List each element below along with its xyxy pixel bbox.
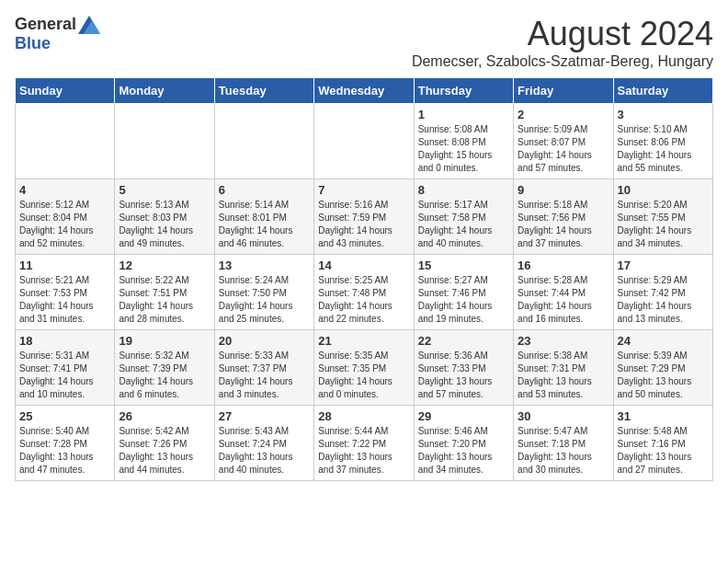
day-info: Sunrise: 5:28 AM Sunset: 7:44 PM Dayligh… — [518, 274, 609, 326]
calendar-cell — [314, 104, 414, 179]
day-info: Sunrise: 5:46 AM Sunset: 7:20 PM Dayligh… — [418, 425, 509, 477]
calendar-cell: 2Sunrise: 5:09 AM Sunset: 8:07 PM Daylig… — [514, 104, 613, 179]
day-info: Sunrise: 5:36 AM Sunset: 7:33 PM Dayligh… — [418, 350, 509, 401]
day-number: 20 — [219, 334, 310, 348]
day-info: Sunrise: 5:12 AM Sunset: 8:04 PM Dayligh… — [19, 199, 110, 250]
week-row-2: 4Sunrise: 5:12 AM Sunset: 8:04 PM Daylig… — [16, 179, 713, 255]
day-number: 1 — [418, 108, 509, 121]
day-number: 29 — [418, 409, 509, 423]
calendar-cell: 20Sunrise: 5:33 AM Sunset: 7:37 PM Dayli… — [214, 330, 313, 406]
calendar-cell — [214, 104, 313, 179]
day-number: 4 — [19, 183, 110, 197]
header-day-saturday: Saturday — [613, 78, 712, 104]
day-info: Sunrise: 5:38 AM Sunset: 7:31 PM Dayligh… — [518, 350, 609, 401]
calendar-header-row: SundayMondayTuesdayWednesdayThursdayFrid… — [16, 78, 713, 104]
day-number: 30 — [518, 409, 609, 423]
day-number: 16 — [518, 259, 609, 272]
day-number: 6 — [219, 183, 310, 197]
day-info: Sunrise: 5:24 AM Sunset: 7:50 PM Dayligh… — [219, 274, 310, 326]
header-day-sunday: Sunday — [16, 78, 115, 104]
day-info: Sunrise: 5:40 AM Sunset: 7:28 PM Dayligh… — [19, 425, 110, 477]
calendar-cell: 30Sunrise: 5:47 AM Sunset: 7:18 PM Dayli… — [514, 406, 613, 481]
calendar-cell: 27Sunrise: 5:43 AM Sunset: 7:24 PM Dayli… — [214, 406, 313, 481]
calendar-cell: 22Sunrise: 5:36 AM Sunset: 7:33 PM Dayli… — [414, 330, 513, 406]
calendar-cell: 4Sunrise: 5:12 AM Sunset: 8:04 PM Daylig… — [16, 179, 115, 255]
day-info: Sunrise: 5:27 AM Sunset: 7:46 PM Dayligh… — [418, 274, 509, 326]
calendar-cell: 17Sunrise: 5:29 AM Sunset: 7:42 PM Dayli… — [613, 255, 712, 330]
day-number: 10 — [618, 183, 709, 197]
day-number: 23 — [518, 334, 609, 348]
day-number: 27 — [219, 409, 310, 423]
day-info: Sunrise: 5:25 AM Sunset: 7:48 PM Dayligh… — [318, 274, 409, 326]
week-row-4: 18Sunrise: 5:31 AM Sunset: 7:41 PM Dayli… — [16, 330, 713, 406]
day-number: 28 — [318, 409, 409, 423]
day-number: 24 — [618, 334, 709, 348]
day-info: Sunrise: 5:31 AM Sunset: 7:41 PM Dayligh… — [19, 350, 110, 401]
calendar-cell — [115, 104, 214, 179]
calendar-cell: 13Sunrise: 5:24 AM Sunset: 7:50 PM Dayli… — [214, 255, 313, 330]
day-number: 5 — [119, 183, 210, 197]
calendar-cell: 10Sunrise: 5:20 AM Sunset: 7:55 PM Dayli… — [613, 179, 712, 255]
calendar-cell: 29Sunrise: 5:46 AM Sunset: 7:20 PM Dayli… — [414, 406, 513, 481]
logo: General Blue — [15, 15, 100, 53]
calendar-cell: 24Sunrise: 5:39 AM Sunset: 7:29 PM Dayli… — [613, 330, 712, 406]
day-info: Sunrise: 5:13 AM Sunset: 8:03 PM Dayligh… — [119, 199, 210, 250]
header-day-friday: Friday — [514, 78, 613, 104]
day-info: Sunrise: 5:42 AM Sunset: 7:26 PM Dayligh… — [119, 425, 210, 477]
header-day-monday: Monday — [115, 78, 214, 104]
day-info: Sunrise: 5:44 AM Sunset: 7:22 PM Dayligh… — [318, 425, 409, 477]
location-title: Demecser, Szabolcs-Szatmar-Bereg, Hungar… — [412, 53, 713, 70]
week-row-3: 11Sunrise: 5:21 AM Sunset: 7:53 PM Dayli… — [16, 255, 713, 330]
calendar-cell: 25Sunrise: 5:40 AM Sunset: 7:28 PM Dayli… — [16, 406, 115, 481]
day-info: Sunrise: 5:21 AM Sunset: 7:53 PM Dayligh… — [19, 274, 110, 326]
day-number: 15 — [418, 259, 509, 272]
calendar-cell: 8Sunrise: 5:17 AM Sunset: 7:58 PM Daylig… — [414, 179, 513, 255]
header-day-thursday: Thursday — [414, 78, 513, 104]
day-info: Sunrise: 5:17 AM Sunset: 7:58 PM Dayligh… — [418, 199, 509, 250]
calendar-cell: 16Sunrise: 5:28 AM Sunset: 7:44 PM Dayli… — [514, 255, 613, 330]
day-info: Sunrise: 5:29 AM Sunset: 7:42 PM Dayligh… — [618, 274, 709, 326]
day-number: 26 — [119, 409, 210, 423]
calendar-cell: 3Sunrise: 5:10 AM Sunset: 8:06 PM Daylig… — [613, 104, 712, 179]
day-number: 2 — [518, 108, 609, 121]
calendar-cell: 12Sunrise: 5:22 AM Sunset: 7:51 PM Dayli… — [115, 255, 214, 330]
day-info: Sunrise: 5:14 AM Sunset: 8:01 PM Dayligh… — [219, 199, 310, 250]
day-info: Sunrise: 5:35 AM Sunset: 7:35 PM Dayligh… — [318, 350, 409, 401]
day-info: Sunrise: 5:16 AM Sunset: 7:59 PM Dayligh… — [318, 199, 409, 250]
day-info: Sunrise: 5:43 AM Sunset: 7:24 PM Dayligh… — [219, 425, 310, 477]
day-number: 31 — [618, 409, 709, 423]
logo-general-text: General — [15, 15, 76, 34]
calendar-cell: 21Sunrise: 5:35 AM Sunset: 7:35 PM Dayli… — [314, 330, 414, 406]
day-info: Sunrise: 5:22 AM Sunset: 7:51 PM Dayligh… — [119, 274, 210, 326]
week-row-1: 1Sunrise: 5:08 AM Sunset: 8:08 PM Daylig… — [16, 104, 713, 179]
logo-blue-text: Blue — [15, 34, 51, 53]
calendar-cell: 5Sunrise: 5:13 AM Sunset: 8:03 PM Daylig… — [115, 179, 214, 255]
calendar-cell: 31Sunrise: 5:48 AM Sunset: 7:16 PM Dayli… — [613, 406, 712, 481]
day-number: 12 — [119, 259, 210, 272]
month-title: August 2024 — [412, 15, 713, 53]
day-info: Sunrise: 5:10 AM Sunset: 8:06 PM Dayligh… — [618, 123, 709, 175]
calendar-cell: 7Sunrise: 5:16 AM Sunset: 7:59 PM Daylig… — [314, 179, 414, 255]
calendar-cell: 1Sunrise: 5:08 AM Sunset: 8:08 PM Daylig… — [414, 104, 513, 179]
calendar-cell: 6Sunrise: 5:14 AM Sunset: 8:01 PM Daylig… — [214, 179, 313, 255]
day-number: 3 — [618, 108, 709, 121]
day-number: 17 — [618, 259, 709, 272]
day-number: 22 — [418, 334, 509, 348]
day-number: 21 — [318, 334, 409, 348]
calendar-cell — [16, 104, 115, 179]
day-info: Sunrise: 5:18 AM Sunset: 7:56 PM Dayligh… — [518, 199, 609, 250]
day-info: Sunrise: 5:09 AM Sunset: 8:07 PM Dayligh… — [518, 123, 609, 175]
day-info: Sunrise: 5:32 AM Sunset: 7:39 PM Dayligh… — [119, 350, 210, 401]
day-info: Sunrise: 5:33 AM Sunset: 7:37 PM Dayligh… — [219, 350, 310, 401]
day-info: Sunrise: 5:39 AM Sunset: 7:29 PM Dayligh… — [618, 350, 709, 401]
calendar-table: SundayMondayTuesdayWednesdayThursdayFrid… — [15, 77, 713, 481]
day-number: 25 — [19, 409, 110, 423]
title-area: August 2024 Demecser, Szabolcs-Szatmar-B… — [412, 15, 713, 70]
day-info: Sunrise: 5:20 AM Sunset: 7:55 PM Dayligh… — [618, 199, 709, 250]
header-day-wednesday: Wednesday — [314, 78, 414, 104]
day-info: Sunrise: 5:47 AM Sunset: 7:18 PM Dayligh… — [518, 425, 609, 477]
calendar-cell: 18Sunrise: 5:31 AM Sunset: 7:41 PM Dayli… — [16, 330, 115, 406]
page-header: General Blue August 2024 Demecser, Szabo… — [15, 15, 713, 70]
header-day-tuesday: Tuesday — [214, 78, 313, 104]
day-number: 7 — [318, 183, 409, 197]
